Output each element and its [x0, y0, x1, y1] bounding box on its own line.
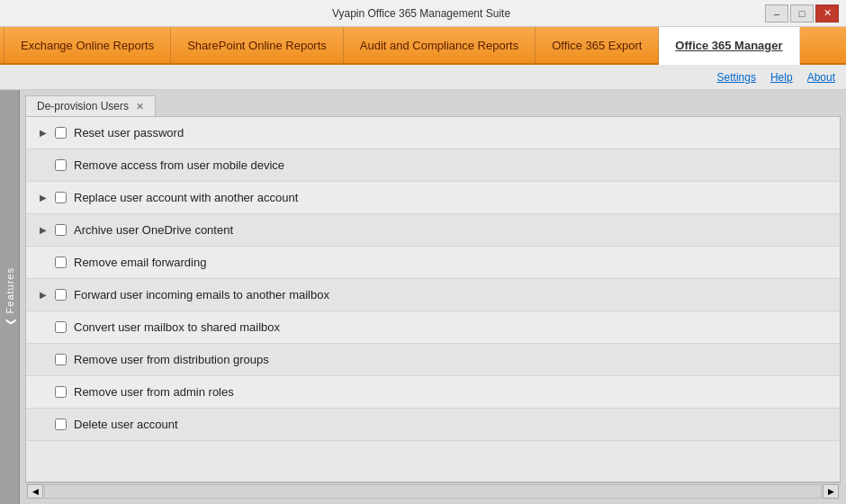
list-item: Remove email forwarding	[26, 247, 840, 279]
deprovision-tab[interactable]: De-provision Users ✕	[25, 95, 156, 116]
checklist-item-label: Replace user account with another accoun…	[74, 191, 298, 204]
scroll-right-button[interactable]: ▶	[823, 484, 839, 499]
close-button[interactable]: ✕	[815, 4, 839, 22]
secondary-nav: Settings Help About	[0, 65, 846, 90]
maximize-button[interactable]: □	[790, 4, 814, 22]
checklist-checkbox[interactable]	[55, 159, 67, 171]
list-item: Remove user from admin roles	[26, 376, 840, 409]
list-item: Remove access from user mobile device	[26, 149, 840, 182]
checklist-item-label: Forward user incoming emails to another …	[74, 288, 329, 302]
title-bar-controls: – □ ✕	[765, 4, 839, 22]
content-area: ❮ Features De-provision Users ✕ ▶Reset u…	[0, 90, 846, 504]
list-item: Delete user account	[26, 409, 840, 441]
window-title: Vyapin Office 365 Management Suite	[77, 7, 765, 20]
main-nav: Exchange Online Reports SharePoint Onlin…	[0, 27, 846, 65]
expand-arrow-icon[interactable]: ▶	[37, 127, 50, 140]
checklist-checkbox[interactable]	[55, 256, 67, 268]
tab-audit[interactable]: Audit and Compliance Reports	[344, 27, 536, 63]
tab-manager[interactable]: Office 365 Manager	[659, 27, 799, 65]
deprovision-tab-label: De-provision Users	[37, 100, 129, 112]
list-item: ▶Reset user password	[26, 117, 840, 149]
scroll-left-button[interactable]: ◀	[27, 484, 43, 499]
minimize-button[interactable]: –	[765, 4, 788, 22]
list-item: ▶Archive user OneDrive content	[26, 214, 840, 247]
settings-link[interactable]: Settings	[717, 71, 756, 84]
checklist-item-label: Remove access from user mobile device	[74, 158, 284, 172]
features-arrow-icon: ❮	[4, 318, 15, 327]
tab-close-icon[interactable]: ✕	[136, 101, 144, 112]
checklist-area: ▶Reset user passwordRemove access from u…	[25, 116, 841, 482]
list-item: ▶Replace user account with another accou…	[26, 182, 840, 214]
scroll-track[interactable]	[44, 484, 822, 499]
checklist-item-label: Convert user mailbox to shared mailbox	[74, 320, 280, 334]
expand-arrow-icon	[37, 418, 50, 431]
main-panel: De-provision Users ✕ ▶Reset user passwor…	[20, 90, 846, 504]
checklist-item-label: Archive user OneDrive content	[74, 223, 233, 237]
title-bar: Vyapin Office 365 Management Suite – □ ✕	[0, 0, 846, 27]
expand-arrow-icon[interactable]: ▶	[37, 289, 50, 302]
expand-arrow-icon	[37, 159, 50, 172]
checklist-checkbox[interactable]	[55, 321, 67, 333]
checklist-item-label: Remove user from distribution groups	[74, 353, 269, 366]
expand-arrow-icon	[37, 321, 50, 334]
checklist-checkbox[interactable]	[55, 386, 67, 398]
list-item: Remove user from distribution groups	[26, 344, 840, 376]
checklist-item-label: Remove user from admin roles	[74, 385, 234, 399]
list-item: Convert user mailbox to shared mailbox	[26, 311, 840, 344]
tab-export[interactable]: Office 365 Export	[536, 27, 659, 63]
expand-arrow-icon	[37, 386, 50, 399]
checklist-checkbox[interactable]	[55, 289, 67, 301]
checklist-checkbox[interactable]	[55, 354, 67, 365]
expand-arrow-icon[interactable]: ▶	[37, 224, 50, 237]
help-link[interactable]: Help	[770, 71, 793, 84]
features-sidebar[interactable]: ❮ Features	[0, 90, 20, 504]
expand-arrow-icon	[37, 256, 50, 269]
tab-header: De-provision Users ✕	[25, 95, 841, 116]
expand-arrow-icon	[37, 354, 50, 366]
list-item: ▶Forward user incoming emails to another…	[26, 279, 840, 311]
expand-arrow-icon[interactable]: ▶	[37, 192, 50, 204]
checklist-checkbox[interactable]	[55, 127, 67, 139]
checklist-item-label: Reset user password	[74, 126, 184, 140]
tab-exchange[interactable]: Exchange Online Reports	[4, 27, 171, 63]
about-link[interactable]: About	[807, 71, 835, 84]
checklist-checkbox[interactable]	[55, 192, 67, 203]
features-label: Features	[4, 267, 15, 313]
checklist-checkbox[interactable]	[55, 224, 67, 236]
scrollbar-area: ◀ ▶	[25, 482, 841, 499]
checklist-item-label: Delete user account	[74, 418, 178, 431]
checklist-checkbox[interactable]	[55, 418, 67, 430]
tab-sharepoint[interactable]: SharePoint Online Reports	[171, 27, 344, 63]
checklist-item-label: Remove email forwarding	[74, 256, 206, 269]
